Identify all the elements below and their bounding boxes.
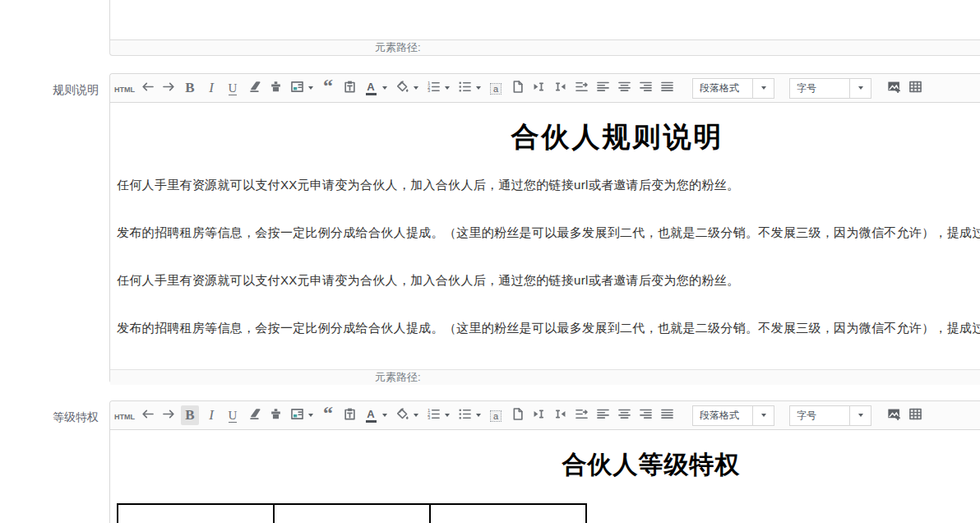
underline-button[interactable]: U xyxy=(224,78,242,98)
remove-format-icon xyxy=(247,406,262,425)
insert-image-button[interactable] xyxy=(288,78,306,98)
indent-ltr-button[interactable] xyxy=(529,405,548,425)
ordered-list-dropdown-button[interactable] xyxy=(442,405,451,425)
font-color-button[interactable]: A xyxy=(362,405,380,425)
italic-button[interactable]: I xyxy=(202,405,220,425)
anchor-button[interactable]: a xyxy=(487,405,505,425)
chevron-down-icon xyxy=(858,414,863,417)
format-painter-button[interactable] xyxy=(266,405,284,425)
anchor-button[interactable]: a xyxy=(487,78,505,98)
background-color-button[interactable] xyxy=(393,405,411,425)
background-color-dropdown-button[interactable] xyxy=(411,405,420,425)
font-color-dropdown-button[interactable] xyxy=(380,78,389,98)
align-justify-button[interactable] xyxy=(658,405,676,425)
table-cell[interactable] xyxy=(118,504,274,523)
chevron-down-icon xyxy=(761,414,766,417)
font-size-dropdown-arrow[interactable] xyxy=(849,406,871,425)
indent-rtl-button[interactable] xyxy=(551,405,569,425)
chevron-down-icon xyxy=(414,86,418,90)
align-center-button[interactable] xyxy=(615,405,633,425)
new-document-button[interactable] xyxy=(508,78,526,98)
remove-format-icon xyxy=(247,79,262,98)
font-size-select[interactable]: 字号 xyxy=(789,78,871,99)
background-color-dropdown-button[interactable] xyxy=(411,78,420,98)
font-color-dropdown-button[interactable] xyxy=(380,405,389,425)
bold-button[interactable]: B xyxy=(181,405,199,425)
table-cell[interactable] xyxy=(430,504,586,523)
insert-image-icon xyxy=(289,406,305,425)
ordered-list-button[interactable]: 123 xyxy=(424,78,442,98)
remove-format-button[interactable] xyxy=(245,405,263,425)
indent-rtl-icon xyxy=(552,79,568,98)
align-left-button[interactable] xyxy=(594,405,612,425)
undo-button[interactable] xyxy=(138,405,156,425)
editor-content-area[interactable] xyxy=(109,0,980,39)
insert-image-icon xyxy=(289,79,305,98)
font-size-dropdown-arrow[interactable] xyxy=(849,79,871,98)
paste-plain-text-button[interactable] xyxy=(340,405,358,425)
unordered-list-button[interactable] xyxy=(455,78,474,98)
html-source-icon: HTML xyxy=(114,81,135,95)
unordered-list-icon xyxy=(457,79,473,98)
blockquote-button[interactable]: “ xyxy=(319,405,337,425)
paste-plain-text-button[interactable] xyxy=(340,78,358,98)
partner-settings-page: 规则说明 等级特权 元素路径: HTMLBIU“A123a段落格式字号 合伙人规… xyxy=(0,0,980,523)
anchor-icon: a xyxy=(490,81,502,95)
align-right-button[interactable] xyxy=(636,405,654,425)
first-line-indent-button[interactable] xyxy=(572,405,590,425)
bold-button[interactable]: B xyxy=(181,78,199,98)
undo-icon xyxy=(140,79,155,98)
editor-content-area[interactable]: 合伙人等级特权 xyxy=(110,430,980,523)
new-document-button[interactable] xyxy=(508,405,526,425)
first-line-indent-icon xyxy=(574,79,589,98)
redo-button[interactable] xyxy=(159,78,178,98)
paragraph-format-select[interactable]: 段落格式 xyxy=(692,405,774,426)
html-source-button[interactable]: HTML xyxy=(114,78,135,98)
insert-image-button[interactable] xyxy=(288,405,306,425)
paragraph-format-dropdown-arrow[interactable] xyxy=(752,79,774,98)
blockquote-button[interactable]: “ xyxy=(319,78,337,98)
insert-picture-button[interactable] xyxy=(885,405,903,425)
align-center-button[interactable] xyxy=(615,78,633,98)
element-path-label: 元素路径: xyxy=(375,371,421,383)
unordered-list-button[interactable] xyxy=(455,405,474,425)
align-left-icon xyxy=(595,406,611,425)
align-justify-button[interactable] xyxy=(658,78,676,98)
format-painter-icon xyxy=(268,406,284,425)
align-left-button[interactable] xyxy=(594,78,612,98)
document-body: 合伙人规则说明 任何人手里有资源就可以支付XX元申请变为合伙人，加入合伙人后，通… xyxy=(117,119,980,335)
ordered-list-dropdown-button[interactable] xyxy=(442,78,451,98)
paragraph-format-select[interactable]: 段落格式 xyxy=(692,78,774,99)
ordered-list-button[interactable]: 123 xyxy=(424,405,442,425)
format-painter-button[interactable] xyxy=(266,78,284,98)
indent-rtl-button[interactable] xyxy=(551,78,569,98)
indent-ltr-button[interactable] xyxy=(529,78,548,98)
chevron-down-icon xyxy=(308,86,313,90)
doc-paragraph: 发布的招聘租房等信息，会按一定比例分成给合伙人提成。（这里的粉丝是可以最多发展到… xyxy=(117,322,980,335)
insert-table-button[interactable] xyxy=(906,405,924,425)
insert-picture-button[interactable] xyxy=(885,78,903,98)
insert-image-dropdown-button[interactable] xyxy=(306,405,315,425)
remove-format-button[interactable] xyxy=(245,78,263,98)
editor-content-area[interactable]: 合伙人规则说明 任何人手里有资源就可以支付XX元申请变为合伙人，加入合伙人后，通… xyxy=(110,103,980,369)
first-line-indent-button[interactable] xyxy=(572,78,590,98)
italic-button[interactable]: I xyxy=(202,78,220,98)
insert-table-button[interactable] xyxy=(906,78,924,98)
indent-rtl-icon xyxy=(552,406,568,425)
insert-image-dropdown-button[interactable] xyxy=(306,78,315,98)
html-source-button[interactable]: HTML xyxy=(114,405,135,425)
align-right-button[interactable] xyxy=(636,78,654,98)
background-color-button[interactable] xyxy=(393,78,411,98)
font-size-select[interactable]: 字号 xyxy=(789,405,871,426)
unordered-list-dropdown-button[interactable] xyxy=(474,405,483,425)
form-label-privileges: 等级特权 xyxy=(0,410,99,425)
font-color-button[interactable]: A xyxy=(362,78,380,98)
undo-button[interactable] xyxy=(138,78,156,98)
table-cell[interactable] xyxy=(274,504,430,523)
unordered-list-icon xyxy=(457,406,473,425)
unordered-list-dropdown-button[interactable] xyxy=(474,78,483,98)
document-body: 合伙人等级特权 xyxy=(117,450,980,523)
underline-button[interactable]: U xyxy=(224,405,242,425)
paragraph-format-dropdown-arrow[interactable] xyxy=(752,406,774,425)
redo-button[interactable] xyxy=(159,405,178,425)
